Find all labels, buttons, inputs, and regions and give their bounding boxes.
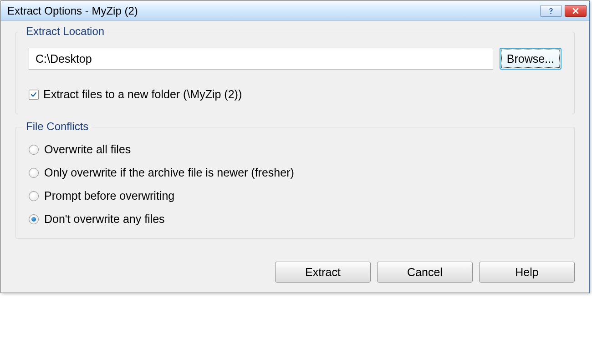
help-titlebar-button[interactable]	[540, 5, 562, 17]
radio-button[interactable]	[29, 191, 39, 201]
radio-label: Overwrite all files	[44, 143, 131, 156]
file-conflicts-legend: File Conflicts	[22, 120, 92, 133]
radio-label: Only overwrite if the archive file is ne…	[44, 166, 294, 179]
cancel-button[interactable]: Cancel	[377, 262, 473, 283]
help-button[interactable]: Help	[479, 262, 575, 283]
titlebar-buttons	[540, 5, 587, 17]
close-titlebar-button[interactable]	[565, 5, 587, 17]
radio-button[interactable]	[29, 145, 39, 155]
dialog-buttonbar: Extract Cancel Help	[1, 256, 589, 293]
extract-options-dialog: Extract Options - MyZip (2) Extract Loca…	[0, 0, 590, 293]
file-conflicts-group: File Conflicts Overwrite all files Only …	[15, 127, 575, 239]
location-row: Browse...	[29, 48, 561, 70]
new-folder-checkbox-row[interactable]: Extract files to a new folder (\MyZip (2…	[29, 88, 561, 101]
dialog-body: Extract Location Browse... Extract files…	[1, 21, 589, 256]
check-icon	[30, 91, 37, 98]
conflict-option-overwrite-all[interactable]: Overwrite all files	[29, 143, 561, 156]
window-title: Extract Options - MyZip (2)	[7, 5, 540, 17]
question-icon	[547, 7, 555, 15]
conflict-option-overwrite-newer[interactable]: Only overwrite if the archive file is ne…	[29, 166, 561, 179]
conflict-option-prompt[interactable]: Prompt before overwriting	[29, 189, 561, 202]
conflict-radio-list: Overwrite all files Only overwrite if th…	[29, 143, 561, 226]
titlebar: Extract Options - MyZip (2)	[1, 1, 589, 21]
extract-location-legend: Extract Location	[22, 25, 108, 38]
radio-button[interactable]	[29, 214, 39, 224]
radio-label: Don't overwrite any files	[44, 212, 165, 226]
radio-button[interactable]	[29, 168, 39, 178]
browse-button[interactable]: Browse...	[500, 48, 561, 70]
close-icon	[572, 7, 579, 15]
extract-button[interactable]: Extract	[275, 262, 371, 283]
new-folder-label: Extract files to a new folder (\MyZip (2…	[43, 88, 242, 101]
extract-path-input[interactable]	[29, 48, 493, 70]
radio-label: Prompt before overwriting	[44, 189, 174, 202]
extract-location-group: Extract Location Browse... Extract files…	[15, 32, 575, 114]
conflict-option-dont-overwrite[interactable]: Don't overwrite any files	[29, 212, 561, 226]
new-folder-checkbox[interactable]	[29, 90, 39, 100]
